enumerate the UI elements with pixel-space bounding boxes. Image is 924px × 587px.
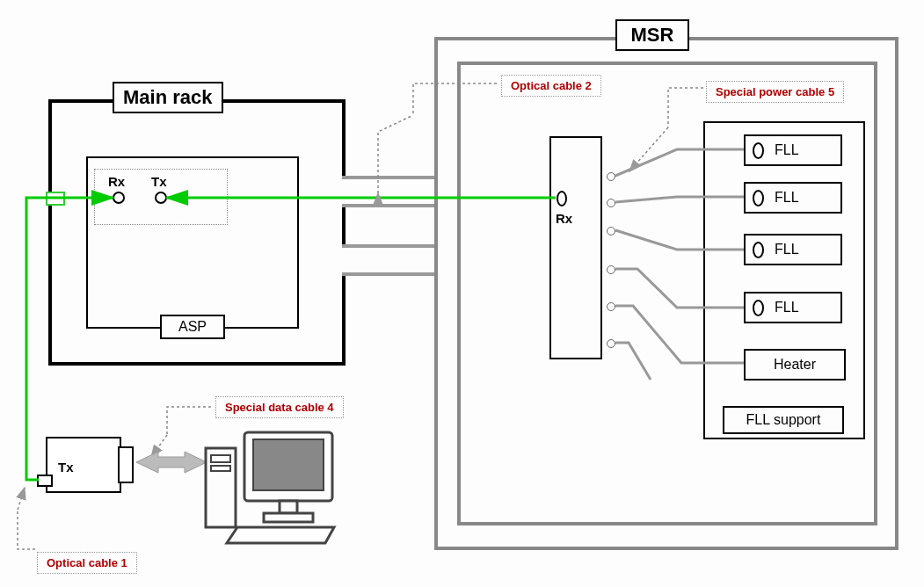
svg-rect-8 — [211, 466, 230, 471]
pipe-top — [342, 176, 434, 207]
main-tx-label: Tx — [151, 174, 167, 189]
fll-label-1: FLL — [775, 142, 799, 158]
computer-icon — [206, 432, 334, 543]
optical-cable-1-label: Optical cable 1 — [37, 552, 137, 574]
svg-rect-6 — [206, 448, 236, 527]
diagram-canvas: MSR Main rack ASP Rx Tx Rx FLL support F… — [0, 0, 924, 587]
fll-port-3 — [753, 242, 764, 258]
fll-label-3: FLL — [775, 242, 799, 257]
special-power-5-label: Special power cable 5 — [706, 81, 844, 103]
fll-support-label: FLL support — [746, 412, 821, 428]
rx-out-4 — [607, 265, 615, 274]
rx-out-1 — [607, 172, 615, 181]
pipe-bottom — [342, 244, 434, 276]
special-data-4-label: Special data cable 4 — [215, 396, 344, 418]
rx-out-6 — [607, 339, 615, 348]
fll-port-2 — [753, 190, 764, 207]
optical-cable-2-label: Optical cable 2 — [501, 75, 601, 97]
fll-support-box — [703, 121, 865, 439]
svg-line-3 — [151, 435, 167, 457]
fll-port-1 — [753, 142, 764, 159]
rx-out-5 — [607, 302, 615, 311]
svg-rect-7 — [211, 455, 230, 462]
svg-rect-11 — [280, 501, 297, 513]
msr-title: MSR — [615, 19, 689, 51]
asp-label: ASP — [178, 319, 207, 335]
fll-box-2: FLL — [744, 182, 842, 214]
msr-rx-label: Rx — [556, 211, 572, 226]
svg-rect-12 — [264, 513, 313, 522]
heater-box: Heater — [744, 349, 846, 380]
fll-label-4: FLL — [775, 300, 799, 315]
fll-port-4 — [753, 300, 764, 316]
heater-label: Heater — [774, 357, 816, 373]
msr-rx-block — [549, 136, 602, 359]
rx-out-3 — [607, 227, 615, 236]
fll-label-2: FLL — [775, 190, 799, 206]
asp-box: ASP — [160, 315, 225, 339]
main-tx-port — [155, 192, 167, 204]
fll-box-3: FLL — [744, 234, 842, 265]
svg-line-4 — [18, 488, 25, 510]
rx-out-2 — [607, 199, 615, 207]
tx-module-box — [46, 437, 121, 493]
main-rack-title: Main rack — [113, 82, 223, 113]
tx-module-side — [118, 446, 134, 483]
main-rx-port — [113, 192, 125, 204]
tx-module-port — [37, 475, 53, 487]
svg-marker-5 — [136, 452, 207, 473]
fll-box-4: FLL — [744, 292, 842, 323]
main-rack-side-port — [46, 192, 65, 206]
tx-module-label: Tx — [58, 460, 74, 475]
svg-rect-10 — [253, 439, 324, 490]
svg-rect-9 — [244, 432, 332, 501]
main-rx-label: Rx — [108, 174, 125, 189]
fll-support-label-box: FLL support — [723, 406, 844, 434]
fll-box-1: FLL — [744, 134, 842, 166]
msr-rx-port — [557, 191, 567, 207]
